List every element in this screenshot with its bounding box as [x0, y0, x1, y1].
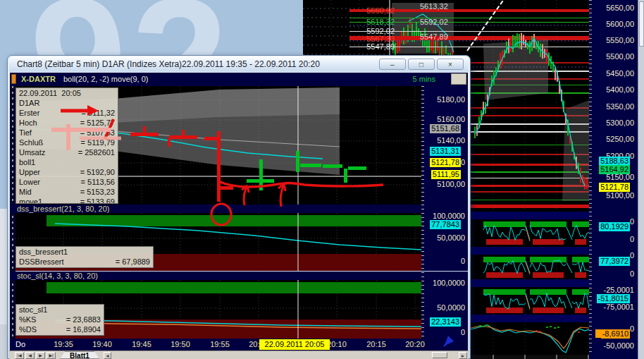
time-tick: 19:45: [123, 340, 161, 348]
stoc-tip-row: %DS= 16,8904: [16, 324, 104, 334]
bg-overlay-label: 5613,32: [420, 2, 462, 11]
bg-line-label: 5660,52: [352, 6, 395, 15]
price-label: 5180,00: [437, 95, 465, 104]
left-dotted-strip: [10, 86, 16, 351]
indicator-formula: boll(20, 2, -2) move(9, 0): [63, 75, 148, 83]
stoc-label: 0: [461, 328, 465, 337]
stoc-axis[interactable]: 100,000050,000022,31430: [421, 272, 468, 339]
bg-line-label: 5547,89: [352, 42, 395, 51]
bg-axis-label: 5350,00: [606, 102, 634, 111]
background-scrollbar[interactable]: [638, 0, 644, 359]
tab-scroll-right-button[interactable]: ▸: [459, 352, 467, 359]
nav-next-button[interactable]: ▶: [36, 352, 45, 359]
nav-prev-button[interactable]: ◀: [25, 352, 35, 359]
bg-axis-label: 0: [630, 217, 634, 226]
time-tick: 19:35: [44, 340, 82, 348]
stoc-tip-row: %KS= 23,6883: [16, 315, 104, 324]
cursor-time-label: 22.09.2011 20:05: [259, 339, 330, 350]
stoc-panel-header[interactable]: stoc_sl(14, 3, 3, 80, 20): [10, 272, 468, 280]
stoc-tooltip: stoc_sl1%KS= 23,6883%DS= 16,8904: [16, 304, 104, 336]
sheet-tab-blatt1[interactable]: Blatt1: [60, 351, 99, 359]
interval-label: 5 mins: [413, 75, 435, 83]
bg-axis-label: -75,0001: [604, 303, 634, 312]
chart-pointer-icon[interactable]: [442, 334, 457, 347]
dss-tip-row: dss_bressert1: [16, 247, 153, 257]
info-row: Umsatz= 2582601: [16, 147, 118, 157]
time-axis[interactable]: Do 19:3519:4019:4519:5019:5520:0020:0520…: [10, 339, 468, 351]
info-row: Hoch= 5125,77: [16, 118, 118, 128]
info-row: move1= 5133,69: [16, 197, 118, 204]
bg-axis-label: 5300,00: [606, 118, 634, 128]
price-label: 5131,31: [430, 147, 461, 156]
bg-axis-label: 0: [630, 251, 634, 260]
minimize-button[interactable]: –: [379, 59, 406, 70]
price-label: 5160,00: [437, 115, 465, 124]
dss-label: 0: [461, 257, 465, 266]
bg-axis-label: 5100,00: [606, 191, 634, 200]
scrollbar-top-box[interactable]: [451, 73, 466, 85]
bg-axis-label: 5600,00: [606, 20, 634, 29]
dss-axis[interactable]: 100,000077,784350,00000: [421, 205, 468, 271]
tab-scroll-left-button[interactable]: ◂: [104, 352, 111, 359]
time-tick: 20:20: [396, 340, 434, 348]
dss-label: 77,7843: [430, 220, 461, 229]
info-row: D1AR: [16, 98, 118, 108]
close-button[interactable]: ×: [437, 59, 464, 70]
price-label: 5100,00: [437, 180, 465, 189]
bg-axis-label: 5550,00: [606, 36, 634, 45]
nav-first-button[interactable]: |◀: [15, 352, 24, 359]
horizontal-scroll-thumb[interactable]: [432, 352, 447, 358]
stoc-tip-row: stoc_sl1: [16, 305, 104, 315]
weekday-label: Do: [16, 340, 25, 348]
stoc-label: 50,0000: [437, 303, 465, 312]
indicator-header[interactable]: X-DAXTR boll(20, 2, -2) move(9, 0) 5 min…: [10, 73, 468, 86]
info-row: Tief= 5107,33: [16, 128, 118, 138]
dss-panel-header[interactable]: dss_bressert(21, 3, 80, 20): [10, 205, 468, 213]
series-color-tag-icon: [11, 74, 16, 84]
info-row: Lower= 5113,56: [16, 177, 118, 187]
bg-axis-label: 5164,92: [599, 165, 630, 174]
stoc-label: 22,3143: [430, 317, 461, 327]
bg-axis-label: 5650,00: [606, 4, 634, 13]
info-row: Mid= 5153,23: [16, 187, 118, 197]
info-row: 22.09.2011 20:05: [16, 88, 118, 98]
bg-overlay-label: 5592,02: [420, 18, 462, 26]
price-axis[interactable]: 5180,005160,005151,685140,005131,315120,…: [421, 86, 468, 205]
bg-line-label: 5618,32: [352, 18, 395, 26]
background-axis-ticks: [589, 0, 592, 355]
bg-axis-label: -50,0000: [604, 341, 634, 351]
bg-axis-label: -8,6910: [601, 329, 630, 339]
bg-axis-label: 5450,00: [606, 69, 634, 78]
dss-tip-row: DSSBressert= 67,9889: [16, 257, 153, 267]
time-tick: 19:40: [83, 340, 121, 348]
background-price-line-labels: 5660,525618,325592,025567,335547,895613,…: [303, 0, 589, 56]
bg-axis-label: 0: [630, 235, 634, 244]
desktop: 92 5660,525618,325592,025567,335547,8956…: [0, 0, 644, 359]
bg-axis-label: 0: [630, 324, 634, 334]
titlebar[interactable]: Chart8 (Zeitbar 5 min) D1AR (Indizes Xet…: [9, 56, 469, 72]
time-tick: 19:55: [201, 340, 239, 348]
stoc-label: 100,0000: [433, 279, 465, 288]
scrollbar-thumb[interactable]: [639, 1, 644, 47]
bg-axis-label: 0: [630, 269, 634, 279]
bg-axis-label: 5400,00: [606, 85, 634, 95]
time-tick: 20:15: [357, 340, 395, 348]
restore-button[interactable]: □: [408, 59, 435, 70]
bg-axis-label: 5250,00: [606, 135, 634, 144]
info-row: Erster= 5111,32: [16, 108, 118, 118]
time-tick: 19:50: [161, 340, 199, 348]
data-info-panel: 22.09.2011 20:05D1ARErster= 5111,32Hoch=…: [16, 87, 118, 204]
price-label: 5151,68: [430, 124, 461, 133]
bg-axis-label: 5500,00: [606, 52, 634, 61]
window-title: Chart8 (Zeitbar 5 min) D1AR (Indizes Xet…: [17, 59, 182, 69]
symbol-label: X-DAXTR: [21, 75, 56, 83]
bg-axis-label: -51,8015: [597, 294, 630, 303]
background-price-axis[interactable]: 5650,005600,005550,005500,005450,005400,…: [589, 0, 638, 359]
price-label: 5111,95: [431, 170, 461, 179]
bg-axis-label: 80,1929: [599, 222, 630, 231]
nav-last-button[interactable]: ▶|: [47, 352, 56, 359]
info-row: Schluß= 5119,79: [16, 138, 118, 147]
price-label: 5140,00: [437, 136, 465, 145]
dss-label: 50,0000: [437, 233, 465, 243]
info-row: Upper= 5192,90: [16, 167, 118, 177]
